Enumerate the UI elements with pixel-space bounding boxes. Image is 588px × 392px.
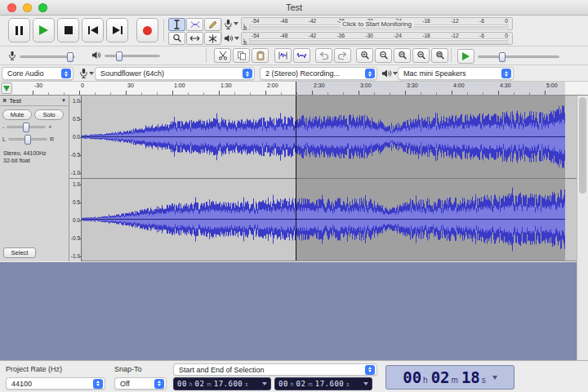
zoom-tool-button[interactable] xyxy=(168,32,185,45)
zoom-out-icon xyxy=(379,51,389,60)
time-unit: s xyxy=(482,376,486,385)
undo-button[interactable] xyxy=(315,48,332,63)
toolbar-separator xyxy=(221,19,222,42)
recording-meter[interactable]: -54-48-42-36-30-24-18-12-60 L R Click to… xyxy=(224,17,513,31)
vertical-ruler[interactable]: 1.00.50.0-0.5-1.0 1.00.50.0-0.5-1.0 xyxy=(69,96,82,261)
edit-toolbar-zoom xyxy=(356,48,448,63)
stop-button[interactable] xyxy=(57,18,79,42)
meter-tick-label: -48 xyxy=(280,18,287,24)
skip-to-end-button[interactable] xyxy=(106,18,128,42)
selection-end-field[interactable]: 00h02m17.600s xyxy=(274,377,372,390)
playback-meter[interactable]: -54-48-42-36-30-24-18-12-60 L R xyxy=(224,32,513,46)
slider-thumb[interactable] xyxy=(499,52,506,62)
silence-audio-button[interactable] xyxy=(293,48,310,63)
vertical-scrollbar[interactable] xyxy=(577,96,588,360)
monitoring-hint[interactable]: Click to Start Monitoring xyxy=(340,20,414,28)
playback-meter-display[interactable]: -54-48-42-36-30-24-18-12-60 L R xyxy=(241,32,513,45)
time-digit-group: 00h02m18s xyxy=(403,368,489,386)
timeline-ruler[interactable]: -300301:001:302:002:303:003:304:004:305:… xyxy=(0,82,588,95)
draw-tool-button[interactable] xyxy=(204,18,221,31)
play-button[interactable] xyxy=(33,18,55,42)
waveform-canvas[interactable] xyxy=(82,96,577,261)
zoom-toggle-button[interactable] xyxy=(431,48,448,63)
timeline-tick-label: 2:00 xyxy=(267,82,278,88)
fit-selection-button[interactable] xyxy=(394,48,411,63)
pan-slider[interactable]: L R xyxy=(2,136,54,142)
popup-arrows-icon xyxy=(365,69,375,78)
copy-button[interactable] xyxy=(233,48,250,63)
tools-toolbar xyxy=(168,18,221,45)
zoom-in-icon xyxy=(360,51,370,60)
slider-track[interactable] xyxy=(20,56,75,58)
scrollbar-thumb[interactable] xyxy=(579,97,586,194)
slider-thumb[interactable] xyxy=(116,51,122,61)
slider-track[interactable] xyxy=(8,138,47,140)
selection-mode-select[interactable]: Start and End of Selection xyxy=(173,363,377,376)
time-digits: 02 xyxy=(194,380,204,388)
slider-track[interactable] xyxy=(105,55,160,57)
timeline-tick-label: 1:30 xyxy=(220,82,232,88)
waveform-area[interactable] xyxy=(82,96,577,261)
window-title: Test xyxy=(0,2,588,12)
time-shift-tool-button[interactable] xyxy=(186,32,203,45)
multi-tool-button[interactable] xyxy=(204,32,221,45)
redo-button[interactable] xyxy=(334,48,351,63)
skip-to-start-button[interactable] xyxy=(82,18,104,42)
gain-slider[interactable]: - + xyxy=(2,124,51,130)
meter-tick-label: -6 xyxy=(479,18,484,24)
recording-device-select[interactable]: Soundflower (64ch) xyxy=(95,67,255,80)
envelope-icon xyxy=(190,20,200,29)
slider-thumb[interactable] xyxy=(24,135,31,145)
zoom-out-button[interactable] xyxy=(375,48,392,63)
paste-button[interactable] xyxy=(252,48,269,63)
track-name[interactable]: Test xyxy=(9,97,59,105)
recording-channels-select[interactable]: 2 (Stereo) Recording... xyxy=(260,67,377,80)
timeline-minor-tick xyxy=(95,92,96,95)
timeline-tick xyxy=(79,91,80,95)
timeline-tick xyxy=(126,91,127,95)
zoom-in-button[interactable] xyxy=(356,48,373,63)
pan-right-label: R xyxy=(50,136,54,142)
scissors-icon xyxy=(218,51,228,60)
cut-button[interactable] xyxy=(214,48,231,63)
play-at-speed-button[interactable] xyxy=(457,49,474,64)
fit-selection-icon xyxy=(398,51,408,60)
track-select-button[interactable]: Select xyxy=(3,247,36,258)
audio-host-select[interactable]: Core Audio xyxy=(2,67,74,80)
pause-button[interactable] xyxy=(8,18,30,42)
snap-to-value: Off xyxy=(115,380,130,388)
track-close-button[interactable]: × xyxy=(2,96,7,105)
slider-track[interactable] xyxy=(7,126,46,128)
trim-audio-button[interactable] xyxy=(274,48,292,63)
selection-tool-button[interactable] xyxy=(168,18,185,31)
channel-label: R xyxy=(243,27,247,30)
timeline-minor-tick xyxy=(234,92,235,95)
record-button[interactable] xyxy=(136,18,158,42)
playback-device-select[interactable]: Mac mini Speakers xyxy=(398,67,514,80)
slider-thumb[interactable] xyxy=(23,122,29,132)
slider-thumb[interactable] xyxy=(67,52,74,62)
envelope-tool-button[interactable] xyxy=(186,18,203,31)
slider-track[interactable] xyxy=(478,56,559,58)
snap-to-select[interactable]: Off xyxy=(114,377,167,390)
mute-button[interactable]: Mute xyxy=(2,109,32,120)
field-dropdown-icon[interactable] xyxy=(262,382,267,385)
time-unit: m xyxy=(308,381,312,387)
recording-volume-slider[interactable] xyxy=(8,51,75,62)
fit-project-button[interactable] xyxy=(412,48,430,63)
timeline-tick xyxy=(265,91,266,95)
recording-meter-display[interactable]: -54-48-42-36-30-24-18-12-60 L R Click to… xyxy=(241,17,513,30)
solo-button[interactable]: Solo xyxy=(34,109,64,120)
timeline[interactable]: -300301:001:302:002:303:003:304:004:305:… xyxy=(0,82,588,96)
play-speed-slider[interactable] xyxy=(478,56,559,58)
empty-track-area[interactable] xyxy=(0,262,577,360)
field-dropdown-icon[interactable] xyxy=(492,376,497,380)
project-rate-select[interactable]: 44100 xyxy=(6,377,105,390)
snap-to-label: Snap-To xyxy=(114,365,142,373)
track-menu-button[interactable]: ▼ xyxy=(61,98,66,103)
playback-volume-slider[interactable] xyxy=(91,51,160,61)
audio-position-display[interactable]: 00h02m18s xyxy=(385,365,514,390)
selection-start-field[interactable]: 00h02m17.600s xyxy=(173,377,271,390)
meter-tick-label: -12 xyxy=(451,33,458,38)
field-dropdown-icon[interactable] xyxy=(363,382,368,385)
